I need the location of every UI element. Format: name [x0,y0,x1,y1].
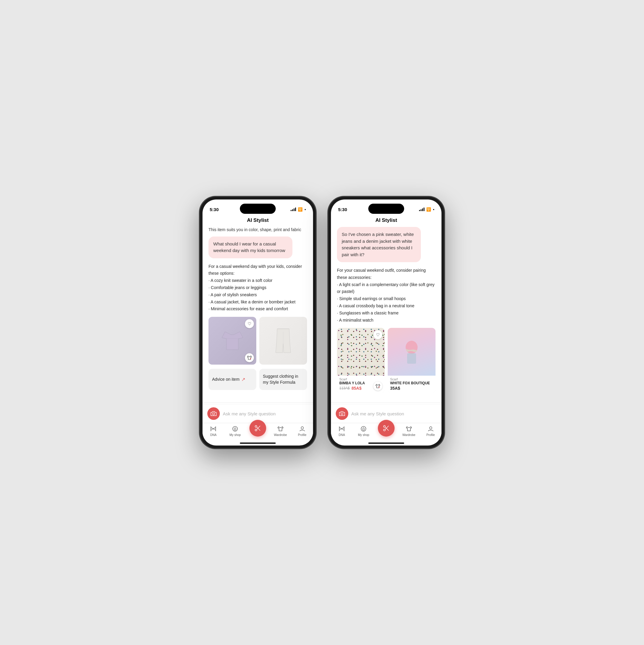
nav-wardrobe-label-2: Wardrobe [402,433,416,437]
svg-point-22 [430,427,432,429]
outfit-svg [400,338,424,365]
scarf2-price-row: 35A$ [390,386,433,391]
nav-profile-label-1: Profile [298,433,306,437]
nav-profile-1[interactable]: Profile [295,426,310,437]
dna-icon-1 [210,426,216,432]
bottom-nav-1: DNA My shop [202,423,313,443]
advice-arrow: ↗ [241,376,245,383]
signal-bars-1 [291,208,296,211]
ai-item-2-3: · A casual crossbody bag in a neutral to… [337,303,414,308]
page-header-2: AI Stylist [331,215,442,227]
home-indicator-1 [240,443,276,444]
ai-item-2-2: · Simple stud earrings or small hoops [337,296,406,301]
jeans-image [259,317,307,365]
jeans-svg [274,327,292,354]
nav-wardrobe-1[interactable]: Wardrobe [273,426,288,437]
sweater-svg [220,327,244,354]
bottom-nav-2: DNA My shop [331,423,442,443]
phone-2: 5:30 🛜 ▪ AI Stylist [328,197,445,448]
nav-myshop-label-2: My shop [358,433,369,437]
ai-item-1-2: · Comfortable jeans or leggings [208,285,267,290]
nav-dna-2[interactable]: DNA [334,426,349,437]
svg-point-6 [233,426,237,431]
separator-2 [331,403,442,403]
scarf1-price-sale: 85A$ [352,386,361,391]
signal-bar-2-1 [419,210,420,211]
outfit-image [388,328,436,376]
svg-rect-15 [407,353,416,364]
nav-profile-2[interactable]: Profile [423,426,438,437]
profile-icon-2 [428,426,434,432]
page-header-1: AI Stylist [202,215,313,227]
suggest-clothing-btn[interactable]: Suggest clothing in my Style Formula [259,369,307,390]
signal-bar-2-3 [422,208,423,211]
phone-1: 5:30 🛜 ▪ AI Stylist [199,197,316,448]
ai-response-intro-2: For your casual weekend outfit, consider… [337,268,426,280]
ai-item-1-5: · Minimal accessories for ease and comfo… [208,306,288,311]
wifi-icon-1: 🛜 [298,207,303,212]
scarf2-category: Scarf [390,378,433,381]
dynamic-island-2 [368,204,404,214]
nav-dna-1[interactable]: DNA [206,426,221,437]
heart-btn-sweater[interactable]: ♡ [245,319,254,328]
scarf2-price-regular: 35A$ [390,386,400,391]
ai-response-2: For your casual weekend outfit, consider… [337,267,436,324]
separator-1 [202,403,313,403]
nav-wardrobe-2[interactable]: Wardrobe [401,426,417,437]
status-icons-1: 🛜 ▪ [291,207,306,212]
nav-center-btn-1[interactable] [250,420,266,437]
ai-item-2-1: · A light scarf in a complementary color… [337,282,435,294]
user-bubble-1: What should I wear for a casual weekend … [208,236,292,258]
myshop-icon-1 [232,426,238,432]
scissors-icon-1 [254,425,261,432]
product-card-jeans[interactable] [259,317,307,365]
wardrobe-icon-1 [277,426,284,432]
phones-container: 5:30 🛜 ▪ AI Stylist [199,197,445,448]
camera-btn-1[interactable] [207,407,220,420]
ai-response-intro-1: For a casual weekend day with your kids,… [208,264,302,276]
scissors-icon-2 [383,425,390,432]
advice-on-item-btn[interactable]: Advice on item ↗ [208,369,256,390]
screen-content-2: So I've chosen a pink sweater, white jea… [331,227,442,446]
product-card-sweater[interactable]: ♡ [208,317,256,365]
nav-myshop-1[interactable]: My shop [227,426,243,437]
signal-bar-2 [292,209,293,211]
user-bubble-2: So I've chosen a pink sweater, white jea… [337,227,421,262]
shirt-add-icon-2 [375,384,380,389]
scarf1-category: Scarf [339,378,382,381]
nav-profile-label-2: Profile [426,433,435,437]
input-placeholder-2[interactable]: Ask me any Style question [351,408,437,419]
battery-icon-2: ▪ [433,207,434,212]
svg-point-8 [255,429,257,431]
ai-item-1-1: · A cozy knit sweater in a soft color [208,278,273,283]
suggest-label: Suggest clothing in my Style Formula [263,374,304,385]
status-time-2: 5:30 [338,207,347,212]
wardrobe-btn-sweater[interactable] [245,353,254,362]
status-icons-2: 🛜 ▪ [419,207,434,212]
chat-area-2: So I've chosen a pink sweater, white jea… [331,227,442,401]
wardrobe-icon-2 [406,426,412,432]
ai-response-1: For a casual weekend day with your kids,… [208,263,307,313]
chat-area-1: This item suits you in color, shape, pri… [202,227,313,401]
product-card-scarf1[interactable]: ♡ Scarf BIMBA Y LOLA [337,328,385,393]
camera-btn-2[interactable] [336,407,348,420]
product-grid-2: ♡ Scarf BIMBA Y LOLA [337,328,436,393]
input-placeholder-1[interactable]: Ask me any Style question [223,408,308,419]
product-grid-1: ♡ [208,317,307,365]
product-card-scarf2[interactable]: Scarf WHITE FOX BOUTIQUE 35A$ [388,328,436,393]
svg-point-5 [213,413,215,415]
ai-item-2-4: · Sunglasses with a classic frame [337,310,398,315]
camera-icon-1 [210,411,216,416]
phone-screen-2: 5:30 🛜 ▪ AI Stylist [331,199,442,446]
nav-center-btn-2[interactable] [378,420,394,437]
signal-bar-1 [291,210,292,211]
svg-point-17 [361,426,366,431]
nav-myshop-2[interactable]: My shop [356,426,371,437]
svg-point-11 [301,427,304,429]
shirt-add-icon [247,355,252,360]
svg-point-16 [341,413,343,415]
ai-item-2-5: · A minimalist watch [337,318,373,322]
screen-content-1: This item suits you in color, shape, pri… [202,227,313,446]
phone-screen-1: 5:30 🛜 ▪ AI Stylist [202,199,313,446]
svg-point-19 [383,429,385,431]
